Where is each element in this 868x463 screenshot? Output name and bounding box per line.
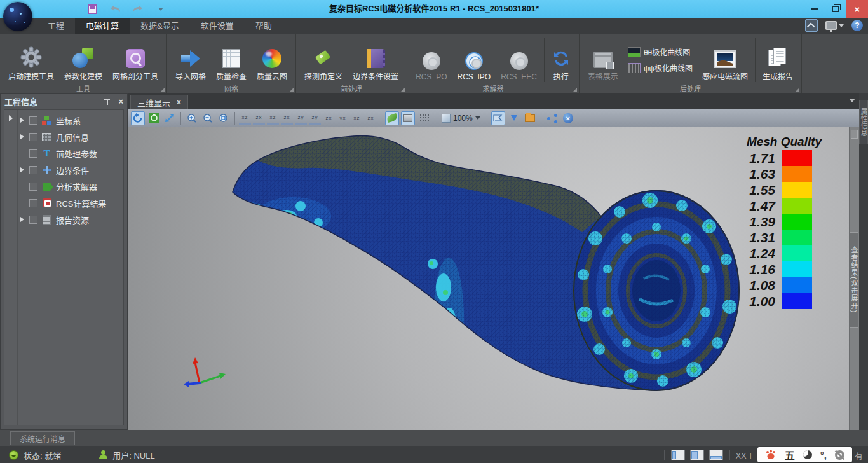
checkbox[interactable] <box>29 199 37 207</box>
menu-tab-data-display[interactable]: 数据&显示 <box>130 18 190 34</box>
zoom-in-button[interactable] <box>185 111 199 125</box>
menu-tab-em-calc[interactable]: 电磁计算 <box>75 18 130 34</box>
close-button[interactable]: × <box>846 0 868 18</box>
pin-icon[interactable] <box>103 97 112 106</box>
download-view-button[interactable] <box>507 111 521 125</box>
tab-3d-display[interactable]: 三维显示 × <box>130 95 188 109</box>
rail-mini-icon[interactable] <box>851 130 858 139</box>
minimize-button[interactable] <box>803 0 825 18</box>
close-view-button[interactable]: × <box>561 111 575 125</box>
ime-mode-label[interactable]: 五 <box>785 447 795 462</box>
zoom-fit-button[interactable] <box>217 111 231 125</box>
induction-current-map-button[interactable]: 感应电磁流图 <box>698 37 752 83</box>
checkbox[interactable] <box>29 149 37 158</box>
tree-item-rcs-results[interactable]: RCS计算结果 <box>18 195 123 211</box>
layers-button[interactable] <box>523 111 537 125</box>
shaded-view-button[interactable] <box>385 111 399 125</box>
expander-icon[interactable] <box>20 118 24 123</box>
group-expand-icon[interactable] <box>573 88 577 92</box>
system-message-tab[interactable]: 系统运行消息 <box>10 431 75 445</box>
viewport-3d[interactable]: Mesh Quality 1.71 1.63 1.55 1.47 1.39 <box>128 127 849 430</box>
group-expand-icon[interactable] <box>796 88 799 92</box>
display-mode-button[interactable] <box>825 21 844 30</box>
view-front-button[interactable]: xz <box>239 112 251 125</box>
group-expand-icon[interactable] <box>161 88 165 92</box>
table-display-button[interactable]: 表格展示 <box>583 37 623 83</box>
view-left-button[interactable]: xz <box>267 112 279 125</box>
tab-close-icon[interactable]: × <box>177 98 181 107</box>
restore-button[interactable] <box>825 0 846 18</box>
generate-report-button[interactable]: 生成报告 <box>758 37 797 83</box>
rotate-view-button[interactable] <box>131 111 145 125</box>
property-info-tab[interactable]: 属性信息 <box>859 100 868 144</box>
wireframe-view-button[interactable] <box>401 111 415 125</box>
layout-left-half-button[interactable] <box>690 450 704 460</box>
menu-tab-settings[interactable]: 软件设置 <box>190 18 245 34</box>
expander-icon[interactable] <box>20 217 24 222</box>
menu-right-icons: ? <box>805 19 863 32</box>
ime-punct-label[interactable]: °, <box>820 450 827 460</box>
clock-icon <box>465 52 483 70</box>
view-lock-button[interactable] <box>491 111 505 125</box>
boundary-condition-button[interactable]: 边界条件设置 <box>348 37 403 83</box>
expander-icon[interactable] <box>20 134 24 139</box>
checkbox[interactable] <box>29 133 37 141</box>
group-expand-icon[interactable] <box>290 88 294 92</box>
tab-overflow-icon[interactable] <box>849 99 855 102</box>
quality-cloud-button[interactable]: 质量云图 <box>252 37 292 83</box>
share-view-button[interactable] <box>545 111 559 125</box>
view-results-tab[interactable]: 查看结果(双击展开) <box>850 232 858 328</box>
zoom-out-button[interactable] <box>201 111 215 125</box>
menu-tab-project[interactable]: 工程 <box>37 18 75 34</box>
rcs-eec-button[interactable]: RCS_EEC <box>496 37 541 83</box>
menu-tab-help[interactable]: 帮助 <box>245 18 283 34</box>
pan-button[interactable] <box>163 111 177 125</box>
gutter-expand-icon[interactable] <box>9 115 13 121</box>
help-icon[interactable]: ? <box>851 20 863 31</box>
rcs-po-button[interactable]: RCS_PO <box>411 37 451 83</box>
checkbox[interactable] <box>29 183 37 191</box>
checkbox[interactable] <box>29 216 37 224</box>
tree-item-analysis-solver[interactable]: 分析求解器 <box>18 178 123 195</box>
layout-left-rail-button[interactable] <box>671 450 685 460</box>
view-bottom-button[interactable]: zy <box>309 112 321 125</box>
parametric-modeling-button[interactable]: 参数化建模 <box>60 37 107 83</box>
view-back-button[interactable]: zx <box>253 112 265 125</box>
execute-button[interactable]: 执行 <box>547 37 575 83</box>
ime-settings-icon[interactable] <box>835 450 844 460</box>
tree-item-geometry-info[interactable]: 几何信息 <box>18 128 123 145</box>
import-mesh-button[interactable]: 导入网格 <box>171 37 210 83</box>
app-logo[interactable] <box>3 2 32 31</box>
book-icon <box>367 49 384 68</box>
launch-modeling-tool-button[interactable]: 启动建模工具 <box>4 37 58 83</box>
tree-item-report-resources[interactable]: 报告资源 <box>18 211 123 228</box>
panel-close-icon[interactable]: × <box>118 97 123 106</box>
tree-item-boundary-conditions[interactable]: 边界条件 <box>18 162 123 178</box>
psi-polar-plot-button[interactable]: ψψ极化曲线图 <box>628 62 693 73</box>
expander-icon[interactable] <box>20 167 24 172</box>
view-iso1-button[interactable]: zx <box>323 112 335 125</box>
probe-angle-button[interactable]: 探测角定义 <box>300 37 347 83</box>
view-iso2-button[interactable]: vx <box>337 112 349 125</box>
view-iso4-button[interactable]: zx <box>365 112 377 125</box>
zoom-level-control[interactable]: 100% <box>439 114 483 123</box>
theta-polar-plot-button[interactable]: θθ极化曲线图 <box>628 46 693 57</box>
tree-item-preprocess-params[interactable]: T 前处理参数 <box>18 145 123 162</box>
group-expand-icon[interactable] <box>401 88 405 92</box>
checkbox[interactable] <box>29 166 37 174</box>
points-view-button[interactable] <box>417 111 431 125</box>
view-iso3-button[interactable]: xz <box>351 112 363 125</box>
ime-toolbar[interactable]: 五 °, <box>757 447 852 462</box>
tree-item-coordinate-system[interactable]: 坐标系 <box>18 112 123 128</box>
orbit-button[interactable] <box>147 111 161 125</box>
checkbox[interactable] <box>29 116 37 125</box>
rcs-ipo-button[interactable]: RCS_IPO <box>452 37 495 83</box>
ime-moon-icon[interactable] <box>803 450 812 459</box>
view-top-button[interactable]: zy <box>295 112 307 125</box>
mesh-tool-button[interactable]: 网格剖分工具 <box>108 37 163 83</box>
status-separator <box>664 450 665 460</box>
view-right-button[interactable]: zx <box>281 112 293 125</box>
ribbon-collapse-icon[interactable] <box>805 19 818 32</box>
quality-check-button[interactable]: 质量检查 <box>212 37 251 83</box>
layout-bottom-button[interactable] <box>709 450 723 460</box>
